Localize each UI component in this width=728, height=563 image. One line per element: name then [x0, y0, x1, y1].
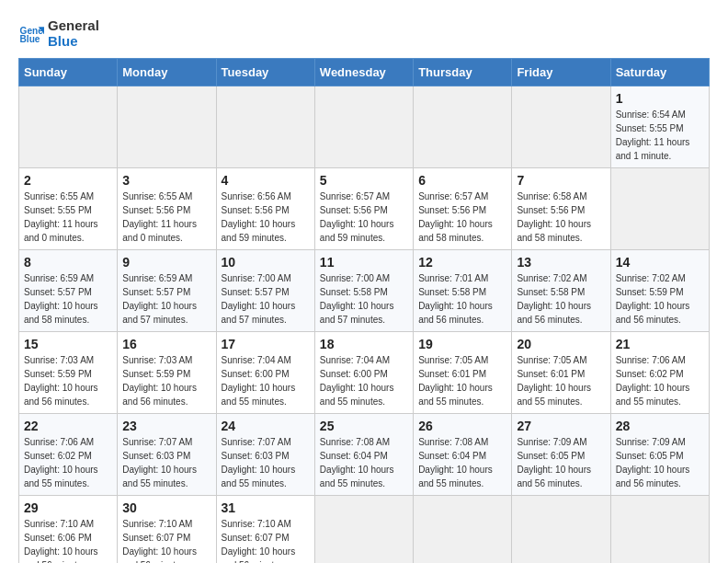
calendar-cell: 21 Sunrise: 7:06 AMSunset: 6:02 PMDaylig… [610, 332, 709, 414]
day-header-monday: Monday [118, 59, 216, 86]
day-number: 13 [517, 255, 605, 270]
calendar-cell: 7 Sunrise: 6:58 AMSunset: 5:56 PMDayligh… [512, 168, 610, 250]
calendar-cell: 17 Sunrise: 7:04 AMSunset: 6:00 PMDaylig… [216, 332, 314, 414]
day-number: 17 [222, 337, 310, 351]
day-number: 12 [418, 255, 506, 270]
day-info: Sunrise: 6:58 AMSunset: 5:56 PMDaylight:… [517, 190, 605, 245]
calendar-cell: 25 Sunrise: 7:08 AMSunset: 6:04 PMDaylig… [314, 414, 413, 496]
day-header-thursday: Thursday [414, 59, 512, 86]
day-number: 30 [122, 500, 210, 515]
day-number: 8 [24, 255, 112, 270]
day-number: 9 [122, 255, 210, 270]
calendar-cell [414, 496, 512, 564]
logo-blue: Blue [48, 34, 99, 50]
day-info: Sunrise: 7:09 AMSunset: 6:05 PMDaylight:… [517, 435, 605, 490]
calendar-cell: 30 Sunrise: 7:10 AMSunset: 6:07 PMDaylig… [118, 496, 216, 564]
calendar-cell [610, 496, 709, 564]
calendar-cell: 13 Sunrise: 7:02 AMSunset: 5:58 PMDaylig… [512, 250, 610, 332]
day-number: 4 [222, 173, 310, 188]
day-number: 25 [320, 419, 408, 433]
day-number: 14 [616, 255, 704, 270]
day-info: Sunrise: 7:05 AMSunset: 6:01 PMDaylight:… [418, 353, 506, 408]
calendar-cell: 22 Sunrise: 7:06 AMSunset: 6:02 PMDaylig… [19, 414, 118, 496]
calendar-cell: 14 Sunrise: 7:02 AMSunset: 5:59 PMDaylig… [610, 250, 709, 332]
day-number: 16 [122, 337, 210, 351]
calendar-cell: 28 Sunrise: 7:09 AMSunset: 6:05 PMDaylig… [610, 414, 709, 496]
day-info: Sunrise: 7:01 AMSunset: 5:58 PMDaylight:… [418, 271, 506, 327]
day-info: Sunrise: 6:56 AMSunset: 5:56 PMDaylight:… [222, 190, 310, 245]
day-number: 6 [418, 173, 506, 188]
calendar-cell: 15 Sunrise: 7:03 AMSunset: 5:59 PMDaylig… [19, 332, 118, 414]
calendar-cell [512, 496, 610, 564]
calendar-cell: 24 Sunrise: 7:07 AMSunset: 6:03 PMDaylig… [216, 414, 314, 496]
calendar-cell: 23 Sunrise: 7:07 AMSunset: 6:03 PMDaylig… [118, 414, 216, 496]
week-row-3: 15 Sunrise: 7:03 AMSunset: 5:59 PMDaylig… [19, 332, 710, 414]
day-number: 26 [418, 419, 506, 433]
day-number: 28 [616, 419, 704, 433]
calendar-cell: 26 Sunrise: 7:08 AMSunset: 6:04 PMDaylig… [414, 414, 512, 496]
calendar-cell: 29 Sunrise: 7:10 AMSunset: 6:06 PMDaylig… [19, 496, 118, 564]
day-info: Sunrise: 6:55 AMSunset: 5:55 PMDaylight:… [24, 190, 112, 245]
day-number: 20 [517, 337, 605, 351]
calendar-cell: 11 Sunrise: 7:00 AMSunset: 5:58 PMDaylig… [314, 250, 413, 332]
day-info: Sunrise: 7:00 AMSunset: 5:57 PMDaylight:… [222, 271, 310, 327]
day-number: 2 [24, 173, 112, 188]
week-row-1: 2 Sunrise: 6:55 AMSunset: 5:55 PMDayligh… [19, 168, 710, 250]
day-number: 22 [24, 419, 112, 433]
day-number: 21 [616, 337, 704, 351]
day-number: 24 [222, 419, 310, 433]
day-header-friday: Friday [512, 59, 610, 86]
calendar-cell: 19 Sunrise: 7:05 AMSunset: 6:01 PMDaylig… [414, 332, 512, 414]
day-number: 18 [320, 337, 408, 351]
day-info: Sunrise: 7:07 AMSunset: 6:03 PMDaylight:… [122, 435, 210, 490]
calendar-cell: 1 Sunrise: 6:54 AMSunset: 5:55 PMDayligh… [610, 86, 709, 168]
week-row-5: 29 Sunrise: 7:10 AMSunset: 6:06 PMDaylig… [19, 496, 710, 564]
day-info: Sunrise: 7:05 AMSunset: 6:01 PMDaylight:… [517, 353, 605, 408]
day-number: 11 [320, 255, 408, 270]
calendar-cell [19, 86, 118, 168]
day-header-tuesday: Tuesday [216, 59, 314, 86]
day-number: 31 [222, 500, 310, 515]
week-row-2: 8 Sunrise: 6:59 AMSunset: 5:57 PMDayligh… [19, 250, 710, 332]
day-number: 3 [122, 173, 210, 188]
logo-icon: General Blue [18, 21, 44, 47]
day-number: 19 [418, 337, 506, 351]
day-info: Sunrise: 7:10 AMSunset: 6:06 PMDaylight:… [24, 517, 112, 563]
day-info: Sunrise: 6:54 AMSunset: 5:55 PMDaylight:… [616, 108, 704, 163]
day-header-wednesday: Wednesday [314, 59, 413, 86]
day-info: Sunrise: 7:08 AMSunset: 6:04 PMDaylight:… [320, 435, 408, 490]
day-info: Sunrise: 7:10 AMSunset: 6:07 PMDaylight:… [222, 517, 310, 563]
calendar-cell [414, 86, 512, 168]
day-info: Sunrise: 7:07 AMSunset: 6:03 PMDaylight:… [222, 435, 310, 490]
calendar-cell: 12 Sunrise: 7:01 AMSunset: 5:58 PMDaylig… [414, 250, 512, 332]
logo-general: General [48, 18, 99, 34]
day-info: Sunrise: 7:04 AMSunset: 6:00 PMDaylight:… [222, 353, 310, 408]
calendar-cell: 16 Sunrise: 7:03 AMSunset: 5:59 PMDaylig… [118, 332, 216, 414]
calendar-header: SundayMondayTuesdayWednesdayThursdayFrid… [19, 59, 710, 86]
calendar-cell: 4 Sunrise: 6:56 AMSunset: 5:56 PMDayligh… [216, 168, 314, 250]
calendar-cell [512, 86, 610, 168]
calendar-cell [216, 86, 314, 168]
day-number: 23 [122, 419, 210, 433]
day-info: Sunrise: 7:02 AMSunset: 5:59 PMDaylight:… [616, 271, 704, 327]
day-info: Sunrise: 7:06 AMSunset: 6:02 PMDaylight:… [616, 353, 704, 408]
calendar-cell: 9 Sunrise: 6:59 AMSunset: 5:57 PMDayligh… [118, 250, 216, 332]
day-info: Sunrise: 7:08 AMSunset: 6:04 PMDaylight:… [418, 435, 506, 490]
day-header-sunday: Sunday [19, 59, 118, 86]
day-info: Sunrise: 7:09 AMSunset: 6:05 PMDaylight:… [616, 435, 704, 490]
day-info: Sunrise: 7:03 AMSunset: 5:59 PMDaylight:… [24, 353, 112, 408]
day-info: Sunrise: 7:04 AMSunset: 6:00 PMDaylight:… [320, 353, 408, 408]
calendar-cell: 10 Sunrise: 7:00 AMSunset: 5:57 PMDaylig… [216, 250, 314, 332]
day-info: Sunrise: 6:59 AMSunset: 5:57 PMDaylight:… [122, 271, 210, 327]
day-info: Sunrise: 6:59 AMSunset: 5:57 PMDaylight:… [24, 271, 112, 327]
header: General Blue General Blue [18, 18, 710, 49]
calendar-cell: 5 Sunrise: 6:57 AMSunset: 5:56 PMDayligh… [314, 168, 413, 250]
calendar-cell: 27 Sunrise: 7:09 AMSunset: 6:05 PMDaylig… [512, 414, 610, 496]
day-info: Sunrise: 7:03 AMSunset: 5:59 PMDaylight:… [122, 353, 210, 408]
header-row: SundayMondayTuesdayWednesdayThursdayFrid… [19, 59, 710, 86]
day-number: 10 [222, 255, 310, 270]
day-number: 1 [616, 91, 704, 106]
calendar-cell: 8 Sunrise: 6:59 AMSunset: 5:57 PMDayligh… [19, 250, 118, 332]
calendar-cell [610, 168, 709, 250]
day-info: Sunrise: 7:10 AMSunset: 6:07 PMDaylight:… [122, 517, 210, 563]
